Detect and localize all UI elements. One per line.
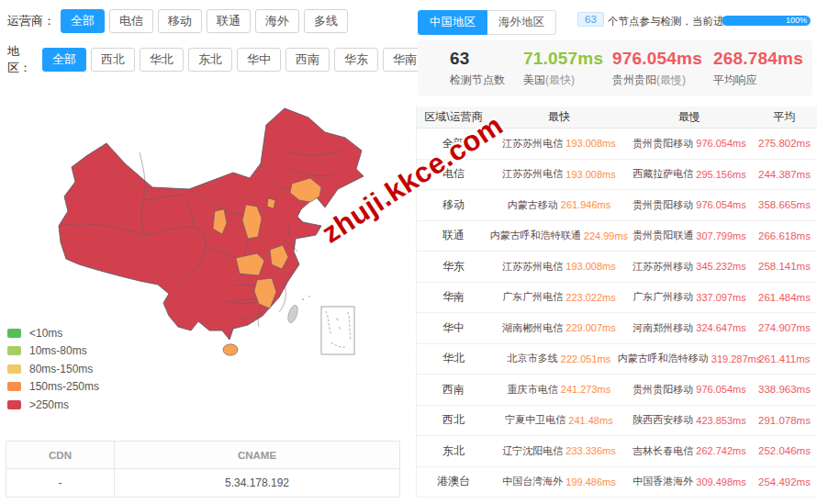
slowest-node-name: 中国香港海外 xyxy=(632,475,693,488)
fastest-value: 222.051ms xyxy=(561,353,610,364)
progress-bar: 100% xyxy=(722,16,811,26)
region-btn-4[interactable]: 东北 xyxy=(188,48,232,72)
average-cell: 244.387ms xyxy=(751,169,817,180)
cdn-cname-header-row: CDN CNAME xyxy=(6,442,399,469)
average-cell: 266.618ms xyxy=(751,230,817,241)
slowest-cell: 广东广州移动337.097ms xyxy=(628,290,751,304)
region-filter-label: 地区： xyxy=(7,43,42,76)
region-btn-6[interactable]: 西南 xyxy=(285,48,330,72)
slowest-cell: 中国香港海外309.498ms xyxy=(628,475,751,488)
slowest-node-name: 贵州贵阳联通 xyxy=(632,229,693,242)
slowest-value: 307.799ms xyxy=(696,230,745,241)
region-btn-1[interactable]: 全部 xyxy=(42,48,86,72)
carrier-btn-4[interactable]: 联通 xyxy=(207,9,251,33)
legend-label: <10ms xyxy=(29,327,62,340)
header-fastest: 最快 xyxy=(490,109,628,125)
slowest-node-name: 西藏拉萨电信 xyxy=(632,167,693,181)
legend-item: 80ms-150ms xyxy=(7,360,99,378)
stat-slowest-sublabel: (最慢) xyxy=(656,73,686,86)
region-btn-5[interactable]: 华中 xyxy=(237,48,281,72)
legend-item: >250ms xyxy=(7,396,99,414)
legend-swatch xyxy=(7,364,21,374)
fastest-node-name: 宁夏中卫电信 xyxy=(505,413,565,427)
average-cell: 338.963ms xyxy=(751,384,817,395)
fastest-node-name: 中国台湾海外 xyxy=(502,475,563,488)
region-btn-7[interactable]: 华东 xyxy=(334,48,378,72)
region-cell: 华东 xyxy=(417,259,490,274)
table-row: 全部江苏苏州电信193.008ms贵州贵阳移动976.054ms275.802m… xyxy=(417,129,817,160)
table-row: 西南重庆市电信241.273ms贵州贵阳移动976.054ms338.963ms xyxy=(417,375,817,406)
fastest-node-name: 重庆市电信 xyxy=(508,383,558,397)
slowest-node-name: 贵州贵阳移动 xyxy=(632,137,693,151)
legend-swatch xyxy=(7,400,21,409)
region-cell: 移动 xyxy=(417,197,490,213)
slowest-value: 976.054ms xyxy=(696,138,745,149)
slowest-node-name: 内蒙古呼和浩特移动 xyxy=(618,352,709,365)
fastest-value: 261.946ms xyxy=(561,199,610,210)
average-cell: 254.492ms xyxy=(751,476,817,487)
fastest-value: 241.273ms xyxy=(561,384,610,395)
table-row: 华中湖南郴州电信229.007ms河南郑州移动324.647ms274.907m… xyxy=(417,313,817,344)
fastest-node-name: 湖南郴州电信 xyxy=(502,321,563,335)
carrier-btn-1[interactable]: 全部 xyxy=(61,9,105,33)
latency-legend: <10ms10ms-80ms80ms-150ms150ms-250ms>250m… xyxy=(7,324,99,414)
ping-test-page: 运营商： 全部电信移动联通海外多线 地区： 全部西北华北东北华中西南华东华南 xyxy=(0,0,817,504)
fastest-value: 193.008ms xyxy=(565,261,615,272)
fastest-node-name: 江苏苏州电信 xyxy=(502,260,563,274)
legend-swatch xyxy=(7,382,21,391)
carrier-filter-label: 运营商： xyxy=(7,13,61,29)
province-beijing xyxy=(267,198,275,208)
legend-item: 150ms-250ms xyxy=(7,378,99,397)
fastest-cell: 江苏苏州电信193.008ms xyxy=(490,260,628,274)
tab-overseas-area[interactable]: 海外地区 xyxy=(487,10,556,35)
fastest-cell: 内蒙古移动261.946ms xyxy=(490,198,628,212)
fastest-cell: 中国台湾海外199.486ms xyxy=(490,475,628,488)
cdn-header: CDN xyxy=(6,442,115,469)
south-china-sea-inset xyxy=(321,307,354,354)
cname-header: CNAME xyxy=(115,442,399,469)
slowest-cell: 陕西西安移动423.853ms xyxy=(628,413,751,427)
average-cell: 261.411ms xyxy=(751,353,817,364)
carrier-btn-5[interactable]: 海外 xyxy=(255,9,299,33)
legend-swatch xyxy=(7,329,21,338)
stat-slowest: 976.054ms 贵州贵阳(最慢) xyxy=(612,49,713,88)
slowest-value: 337.097ms xyxy=(696,292,745,303)
fastest-node-name: 广东广州电信 xyxy=(502,290,563,304)
slowest-node-name: 江苏苏州移动 xyxy=(632,260,693,274)
stat-average-label: 平均响应 xyxy=(713,73,757,86)
fastest-value: 193.008ms xyxy=(565,169,615,180)
fastest-node-name: 江苏苏州电信 xyxy=(502,167,563,181)
carrier-btn-2[interactable]: 电信 xyxy=(109,9,153,33)
stats-panel: 63 检测节点数 71.057ms 美国(最快) 976.054ms 贵州贵阳(… xyxy=(418,40,812,96)
cdn-value: - xyxy=(6,469,115,497)
carrier-btn-6[interactable]: 多线 xyxy=(304,9,348,33)
region-cell: 华中 xyxy=(417,320,490,336)
carrier-btn-3[interactable]: 移动 xyxy=(158,9,202,33)
china-outline xyxy=(59,108,364,340)
stat-slowest-value: 976.054ms xyxy=(612,49,713,69)
fastest-cell: 内蒙古呼和浩特联通224.99ms xyxy=(490,229,628,242)
region-cell: 西北 xyxy=(417,412,490,428)
stat-fastest: 71.057ms 美国(最快) xyxy=(523,49,612,88)
carrier-group: 全部电信移动联通海外多线 xyxy=(61,9,353,33)
tab-china-area[interactable]: 中国地区 xyxy=(418,10,487,35)
table-row: 西北宁夏中卫电信241.48ms陕西西安移动423.853ms291.078ms xyxy=(417,406,817,437)
fastest-value: 193.008ms xyxy=(565,138,615,149)
table-row: 移动内蒙古移动261.946ms贵州贵阳移动976.054ms358.665ms xyxy=(417,190,817,221)
region-btn-3[interactable]: 华北 xyxy=(140,48,184,72)
average-cell: 261.484ms xyxy=(751,292,817,303)
province-hainan xyxy=(223,344,238,355)
carrier-filter-row: 运营商： 全部电信移动联通海外多线 xyxy=(7,9,431,33)
table-row: 华北北京市多线222.051ms内蒙古呼和浩特移动319.287ms261.41… xyxy=(417,344,817,375)
region-cell: 华北 xyxy=(417,351,490,366)
fastest-cell: 湖南郴州电信229.007ms xyxy=(490,321,628,335)
slowest-value: 309.498ms xyxy=(696,476,745,487)
region-cell: 港澳台 xyxy=(417,474,490,489)
region-btn-2[interactable]: 西北 xyxy=(91,48,135,72)
slowest-value: 423.853ms xyxy=(696,415,745,426)
slowest-cell: 贵州贵阳联通307.799ms xyxy=(628,229,751,242)
node-count-badge: 63 xyxy=(577,12,604,27)
region-group: 全部西北华北东北华中西南华东华南 xyxy=(42,48,431,72)
slowest-cell: 内蒙古呼和浩特移动319.287ms xyxy=(628,352,751,365)
legend-label: 150ms-250ms xyxy=(29,380,99,393)
